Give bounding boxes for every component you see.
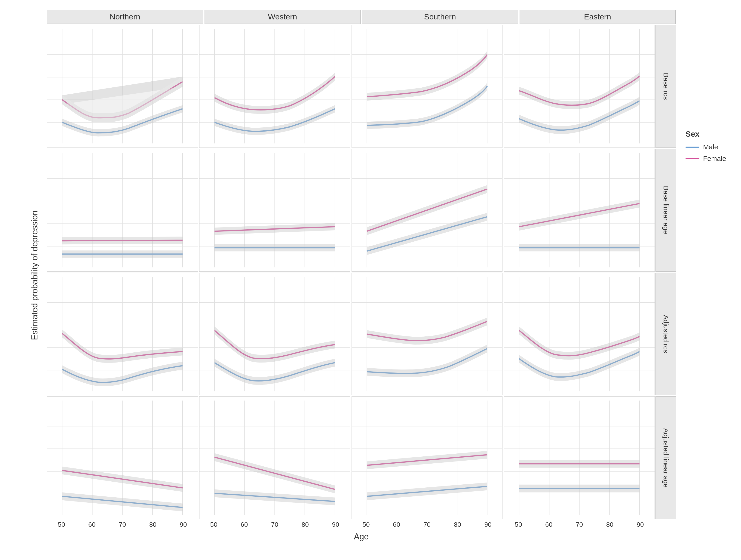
- x-tick: 90: [484, 521, 492, 528]
- col-headers: Northern Western Southern Eastern: [46, 9, 676, 24]
- x-tick: 70: [119, 521, 126, 528]
- col-header-southern: Southern: [362, 10, 518, 24]
- legend-line-male: [685, 146, 699, 148]
- col-header-western: Western: [205, 10, 361, 24]
- x-tick: 80: [301, 521, 309, 528]
- x-tick: 80: [606, 521, 613, 528]
- x-tick: 90: [180, 521, 187, 528]
- legend-item-male: Male: [685, 143, 718, 151]
- plot-cell-3-2: [199, 272, 350, 395]
- plot-cell-4-4: [504, 396, 655, 519]
- x-tick: 80: [454, 521, 461, 528]
- plot-cell-2-1: [47, 149, 198, 272]
- right-side: Sex Male Female: [676, 9, 736, 542]
- legend-item-female: Female: [685, 155, 726, 163]
- x-tick: 80: [149, 521, 156, 528]
- x-tick: 70: [423, 521, 430, 528]
- plot-cell-2-4: [504, 149, 655, 272]
- plot-cell-4-2: [199, 396, 350, 519]
- rows-container: 0.2 0.4 0.6: [46, 24, 676, 520]
- x-tick: 50: [362, 521, 369, 528]
- x-tick: 90: [332, 521, 339, 528]
- x-tick: 50: [515, 521, 522, 528]
- y-axis-label: Estimated probability of depression: [28, 9, 42, 542]
- x-tick: 60: [241, 521, 248, 528]
- plot-cell-4-1: [47, 396, 198, 519]
- x-tick-group-1: 50 60 70 80 90: [46, 520, 199, 530]
- x-ticks-container: 50 60 70 80 90 50 60 70 80 90: [46, 520, 676, 530]
- plot-cell-3-3: [351, 272, 502, 395]
- x-tick-group-3: 50 60 70 80 90: [351, 520, 503, 530]
- chart-area: Northern Western Southern Eastern: [46, 9, 736, 542]
- plot-cell-4-3: [351, 396, 502, 519]
- x-tick: 50: [58, 521, 65, 528]
- row-labels: Base rcs Base linear age Adjusted rcs Ad…: [656, 24, 676, 520]
- x-tick: 50: [210, 521, 217, 528]
- plot-cell-1-4: [504, 25, 655, 148]
- plot-cell-2-3: [351, 149, 502, 272]
- x-axis-area: 50 60 70 80 90 50 60 70 80 90: [46, 520, 676, 542]
- x-tick: 70: [271, 521, 278, 528]
- col-header-eastern: Eastern: [520, 10, 676, 24]
- x-tick: 90: [637, 521, 644, 528]
- plot-cell-2-2: [199, 149, 350, 272]
- grid-wrapper: Northern Western Southern Eastern: [46, 9, 736, 542]
- x-axis-label: Age: [354, 532, 368, 542]
- plot-cell-1-2: [199, 25, 350, 148]
- row-label-3: Adjusted rcs: [656, 272, 676, 395]
- plots-grid: 0.2 0.4 0.6: [46, 24, 656, 520]
- row-label-1: Base rcs: [656, 25, 676, 148]
- legend-label-female: Female: [703, 155, 726, 163]
- main-container: Estimated probability of depression Nort…: [0, 0, 741, 560]
- plot-cell-1-1: 0.2 0.4 0.6: [47, 25, 198, 148]
- x-tick: 60: [88, 521, 95, 528]
- legend-line-female: [685, 158, 699, 159]
- plot-row-3: [46, 272, 656, 396]
- plot-row-1: 0.2 0.4 0.6: [46, 24, 656, 148]
- legend-title: Sex: [685, 129, 699, 138]
- col-header-northern: Northern: [47, 10, 203, 24]
- plot-row-2: [46, 148, 656, 272]
- x-tick: 60: [393, 521, 400, 528]
- legend-area: Sex Male Female: [676, 125, 736, 171]
- legend-label-male: Male: [703, 143, 718, 151]
- x-tick-group-2: 50 60 70 80 90: [199, 520, 351, 530]
- x-tick: 60: [545, 521, 552, 528]
- plot-row-4: [46, 396, 656, 520]
- x-tick: 70: [576, 521, 583, 528]
- grid-main: Northern Western Southern Eastern: [46, 9, 676, 542]
- row-label-2: Base linear age: [656, 149, 676, 272]
- plot-cell-1-3: [351, 25, 502, 148]
- plot-cell-3-1: [47, 272, 198, 395]
- x-tick-group-4: 50 60 70 80 90: [503, 520, 656, 530]
- row-label-4: Adjusted linear age: [656, 396, 676, 519]
- plot-cell-3-4: [504, 272, 655, 395]
